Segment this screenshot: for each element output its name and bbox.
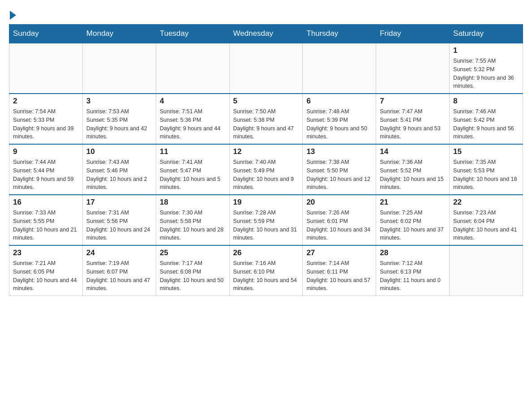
day-info: Sunrise: 7:21 AMSunset: 6:05 PMDaylight:…: [13, 259, 79, 293]
calendar-cell: 9Sunrise: 7:44 AMSunset: 5:44 PMDaylight…: [9, 144, 83, 195]
day-info: Sunrise: 7:30 AMSunset: 5:58 PMDaylight:…: [160, 209, 226, 242]
day-number: 2: [13, 97, 79, 106]
calendar-cell: 22Sunrise: 7:23 AMSunset: 6:04 PMDayligh…: [450, 195, 523, 245]
day-info: Sunrise: 7:40 AMSunset: 5:49 PMDaylight:…: [233, 158, 299, 192]
day-info: Sunrise: 7:25 AMSunset: 6:02 PMDaylight:…: [380, 209, 446, 242]
calendar-table: SundayMondayTuesdayWednesdayThursdayFrid…: [9, 24, 523, 296]
calendar-cell: 8Sunrise: 7:46 AMSunset: 5:42 PMDaylight…: [450, 94, 523, 144]
calendar-cell: 13Sunrise: 7:38 AMSunset: 5:50 PMDayligh…: [303, 144, 376, 195]
day-number: 8: [453, 97, 519, 106]
calendar-cell: 23Sunrise: 7:21 AMSunset: 6:05 PMDayligh…: [9, 245, 83, 296]
weekday-header-sunday: Sunday: [9, 25, 83, 43]
week-row-4: 16Sunrise: 7:33 AMSunset: 5:55 PMDayligh…: [9, 195, 523, 245]
calendar-cell: 11Sunrise: 7:41 AMSunset: 5:47 PMDayligh…: [156, 144, 229, 195]
calendar-cell: 6Sunrise: 7:48 AMSunset: 5:39 PMDaylight…: [303, 94, 376, 144]
calendar-cell: [82, 43, 156, 94]
calendar-cell: 4Sunrise: 7:51 AMSunset: 5:36 PMDaylight…: [156, 94, 229, 144]
weekday-header-tuesday: Tuesday: [156, 25, 229, 43]
weekday-header-monday: Monday: [82, 25, 156, 43]
day-number: 15: [453, 147, 519, 156]
week-row-3: 9Sunrise: 7:44 AMSunset: 5:44 PMDaylight…: [9, 144, 523, 195]
day-number: 6: [306, 97, 372, 106]
day-info: Sunrise: 7:35 AMSunset: 5:53 PMDaylight:…: [453, 158, 519, 192]
day-info: Sunrise: 7:19 AMSunset: 6:07 PMDaylight:…: [86, 259, 152, 293]
day-number: 5: [233, 97, 299, 106]
day-info: Sunrise: 7:12 AMSunset: 6:13 PMDaylight:…: [380, 259, 446, 293]
calendar-cell: 12Sunrise: 7:40 AMSunset: 5:49 PMDayligh…: [229, 144, 303, 195]
day-number: 14: [380, 147, 446, 156]
calendar-header-row: SundayMondayTuesdayWednesdayThursdayFrid…: [9, 25, 523, 43]
day-number: 24: [86, 248, 152, 257]
day-number: 17: [86, 198, 152, 207]
day-number: 10: [86, 147, 152, 156]
logo: [9, 9, 16, 20]
day-info: Sunrise: 7:46 AMSunset: 5:42 PMDaylight:…: [453, 107, 519, 141]
day-number: 27: [306, 248, 372, 257]
day-number: 19: [233, 198, 299, 207]
day-info: Sunrise: 7:48 AMSunset: 5:39 PMDaylight:…: [306, 107, 372, 141]
day-number: 1: [453, 46, 519, 55]
day-info: Sunrise: 7:44 AMSunset: 5:44 PMDaylight:…: [13, 158, 79, 192]
page-header: [9, 9, 523, 20]
day-number: 22: [453, 198, 519, 207]
day-info: Sunrise: 7:28 AMSunset: 5:59 PMDaylight:…: [233, 209, 299, 242]
day-number: 20: [306, 198, 372, 207]
weekday-header-saturday: Saturday: [450, 25, 523, 43]
calendar-cell: 15Sunrise: 7:35 AMSunset: 5:53 PMDayligh…: [450, 144, 523, 195]
calendar-cell: [9, 43, 83, 94]
calendar-cell: [303, 43, 376, 94]
day-info: Sunrise: 7:41 AMSunset: 5:47 PMDaylight:…: [160, 158, 226, 192]
day-number: 11: [160, 147, 226, 156]
calendar-cell: 26Sunrise: 7:16 AMSunset: 6:10 PMDayligh…: [229, 245, 303, 296]
calendar-cell: [450, 245, 523, 296]
day-info: Sunrise: 7:53 AMSunset: 5:35 PMDaylight:…: [86, 107, 152, 141]
weekday-header-thursday: Thursday: [303, 25, 376, 43]
calendar-cell: 18Sunrise: 7:30 AMSunset: 5:58 PMDayligh…: [156, 195, 229, 245]
week-row-2: 2Sunrise: 7:54 AMSunset: 5:33 PMDaylight…: [9, 94, 523, 144]
weekday-header-friday: Friday: [376, 25, 450, 43]
day-number: 4: [160, 97, 226, 106]
calendar-cell: 25Sunrise: 7:17 AMSunset: 6:08 PMDayligh…: [156, 245, 229, 296]
calendar-cell: [376, 43, 450, 94]
logo-arrow-icon: [10, 11, 16, 20]
weekday-header-wednesday: Wednesday: [229, 25, 303, 43]
day-info: Sunrise: 7:17 AMSunset: 6:08 PMDaylight:…: [160, 259, 226, 293]
week-row-5: 23Sunrise: 7:21 AMSunset: 6:05 PMDayligh…: [9, 245, 523, 296]
calendar-cell: 14Sunrise: 7:36 AMSunset: 5:52 PMDayligh…: [376, 144, 450, 195]
day-info: Sunrise: 7:47 AMSunset: 5:41 PMDaylight:…: [380, 107, 446, 141]
day-info: Sunrise: 7:43 AMSunset: 5:46 PMDaylight:…: [86, 158, 152, 192]
day-number: 26: [233, 248, 299, 257]
calendar-cell: [229, 43, 303, 94]
day-info: Sunrise: 7:36 AMSunset: 5:52 PMDaylight:…: [380, 158, 446, 192]
calendar-cell: 1Sunrise: 7:55 AMSunset: 5:32 PMDaylight…: [450, 43, 523, 94]
day-number: 12: [233, 147, 299, 156]
day-number: 18: [160, 198, 226, 207]
day-number: 25: [160, 248, 226, 257]
day-info: Sunrise: 7:50 AMSunset: 5:38 PMDaylight:…: [233, 107, 299, 141]
calendar-cell: 17Sunrise: 7:31 AMSunset: 5:56 PMDayligh…: [82, 195, 156, 245]
week-row-1: 1Sunrise: 7:55 AMSunset: 5:32 PMDaylight…: [9, 43, 523, 94]
day-number: 28: [380, 248, 446, 257]
day-number: 3: [86, 97, 152, 106]
calendar-cell: 20Sunrise: 7:26 AMSunset: 6:01 PMDayligh…: [303, 195, 376, 245]
calendar-cell: [156, 43, 229, 94]
day-number: 9: [13, 147, 79, 156]
day-info: Sunrise: 7:54 AMSunset: 5:33 PMDaylight:…: [13, 107, 79, 141]
calendar-cell: 19Sunrise: 7:28 AMSunset: 5:59 PMDayligh…: [229, 195, 303, 245]
day-info: Sunrise: 7:16 AMSunset: 6:10 PMDaylight:…: [233, 259, 299, 293]
day-info: Sunrise: 7:51 AMSunset: 5:36 PMDaylight:…: [160, 107, 226, 141]
calendar-cell: 28Sunrise: 7:12 AMSunset: 6:13 PMDayligh…: [376, 245, 450, 296]
day-number: 7: [380, 97, 446, 106]
day-info: Sunrise: 7:23 AMSunset: 6:04 PMDaylight:…: [453, 209, 519, 242]
calendar-cell: 16Sunrise: 7:33 AMSunset: 5:55 PMDayligh…: [9, 195, 83, 245]
day-number: 16: [13, 198, 79, 207]
day-info: Sunrise: 7:38 AMSunset: 5:50 PMDaylight:…: [306, 158, 372, 192]
calendar-cell: 27Sunrise: 7:14 AMSunset: 6:11 PMDayligh…: [303, 245, 376, 296]
day-number: 21: [380, 198, 446, 207]
calendar-cell: 5Sunrise: 7:50 AMSunset: 5:38 PMDaylight…: [229, 94, 303, 144]
day-info: Sunrise: 7:55 AMSunset: 5:32 PMDaylight:…: [453, 57, 519, 90]
calendar-cell: 3Sunrise: 7:53 AMSunset: 5:35 PMDaylight…: [82, 94, 156, 144]
calendar-cell: 10Sunrise: 7:43 AMSunset: 5:46 PMDayligh…: [82, 144, 156, 195]
calendar-cell: 2Sunrise: 7:54 AMSunset: 5:33 PMDaylight…: [9, 94, 83, 144]
calendar-cell: 21Sunrise: 7:25 AMSunset: 6:02 PMDayligh…: [376, 195, 450, 245]
